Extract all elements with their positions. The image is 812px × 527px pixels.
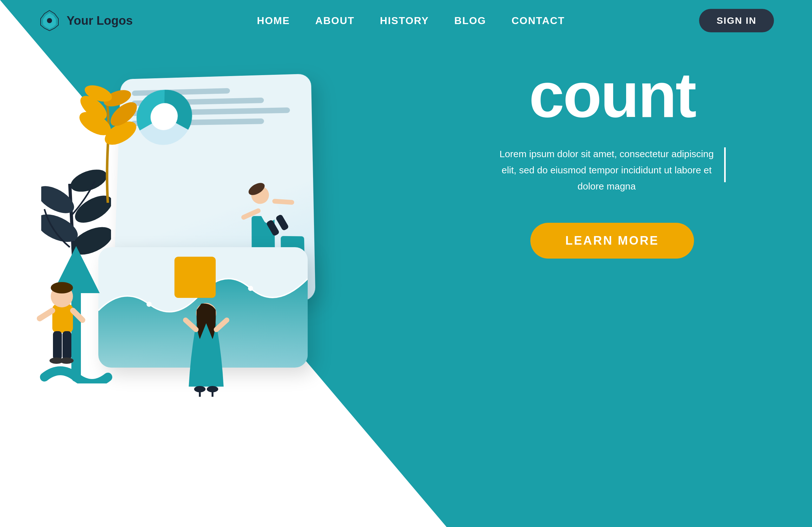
svg-point-2 (47, 18, 52, 23)
svg-point-22 (51, 282, 73, 293)
person-yellow-shirt (37, 266, 87, 369)
svg-line-38 (186, 320, 196, 330)
yellow-plant (76, 82, 140, 204)
svg-line-24 (73, 311, 83, 320)
hero-description-block: Lorem ipsum dolor sit amet, consectetur … (469, 146, 755, 194)
svg-line-39 (216, 320, 227, 330)
logo-text: Your Logos (67, 14, 133, 28)
hero-content: count Lorem ipsum dolor sit amet, consec… (469, 63, 755, 259)
main-nav: HOME ABOUT HISTORY BLOG CONTACT (257, 15, 565, 27)
svg-point-28 (60, 358, 74, 364)
hero-description: Lorem ipsum dolor sit amet, consectetur … (499, 146, 715, 194)
svg-rect-25 (53, 331, 62, 360)
hero-divider (724, 147, 726, 182)
logo-area[interactable]: Your Logos (38, 9, 133, 32)
nav-history[interactable]: HISTORY (380, 15, 429, 27)
nav-blog[interactable]: BLOG (454, 15, 486, 27)
svg-point-17 (147, 302, 151, 307)
header: Your Logos HOME ABOUT HISTORY BLOG CONTA… (0, 0, 812, 41)
person-flying (235, 174, 298, 239)
nav-contact[interactable]: CONTACT (512, 15, 565, 27)
svg-rect-34 (266, 219, 280, 237)
nav-home[interactable]: HOME (257, 15, 290, 27)
sign-in-button[interactable]: SIGN IN (699, 9, 774, 32)
person-teal-dress (181, 288, 232, 404)
illustration-area (19, 41, 393, 516)
svg-line-32 (244, 209, 258, 219)
svg-rect-20 (52, 304, 73, 333)
svg-point-19 (248, 286, 253, 291)
hero-title: count (469, 63, 755, 127)
svg-rect-26 (62, 331, 71, 360)
learn-more-button[interactable]: LEARN MORE (530, 223, 694, 259)
nav-about[interactable]: ABOUT (315, 15, 354, 27)
logo-icon (38, 9, 61, 32)
svg-line-23 (40, 311, 52, 318)
pie-chart (130, 83, 198, 151)
svg-rect-35 (275, 214, 289, 231)
